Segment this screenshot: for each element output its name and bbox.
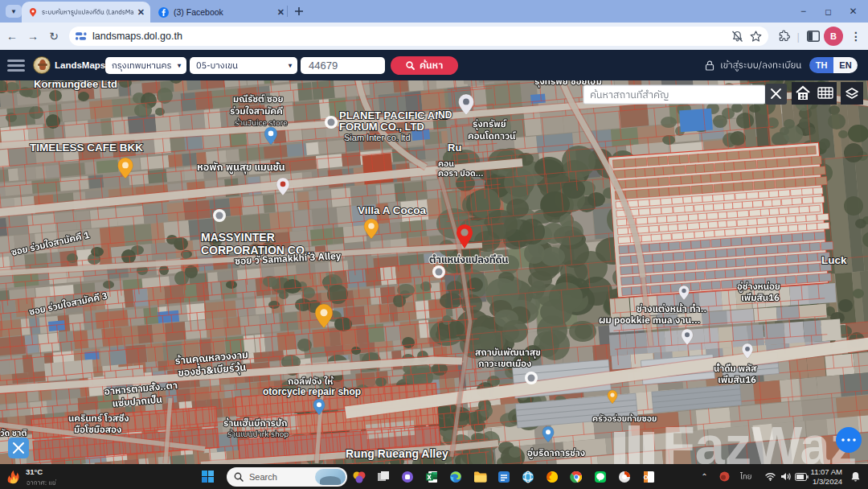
svg-text:PLANET PACIFIC AND: PLANET PACIFIC AND — [339, 109, 450, 121]
svg-text:Rung Rueang Alley: Rung Rueang Alley — [346, 447, 448, 460]
svg-text:Luck: Luck — [821, 254, 847, 266]
svg-text:FORUM CO., LTD: FORUM CO., LTD — [339, 121, 424, 133]
svg-text:Ru: Ru — [448, 142, 461, 154]
svg-text:O: O — [643, 474, 648, 481]
svg-text:otorcycle repair shop: otorcycle repair shop — [263, 386, 361, 397]
svg-text:Villa A Cocoa: Villa A Cocoa — [358, 204, 427, 216]
svg-text:Siam Inter co. ltd: Siam Inter co. ltd — [344, 133, 411, 142]
svg-text:MASSYINTER: MASSYINTER — [201, 231, 275, 244]
svg-text:FazWaz: FazWaz — [662, 416, 857, 464]
svg-text:TIMELESS CAFE BKK: TIMELESS CAFE BKK — [30, 142, 143, 154]
svg-text:Kormungdee Ltd: Kormungdee Ltd — [34, 80, 117, 90]
svg-text:ND: ND — [438, 109, 452, 121]
